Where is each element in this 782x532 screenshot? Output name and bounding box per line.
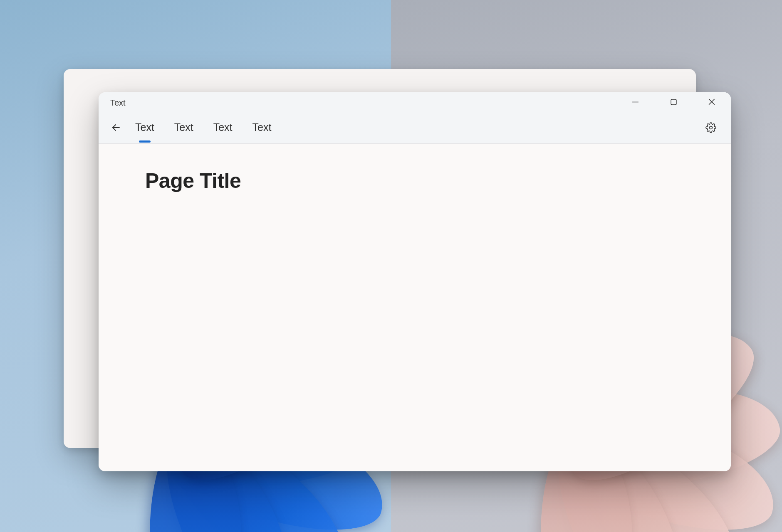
app-window: Text Text Tex <box>99 92 731 471</box>
tab-3[interactable]: Text <box>211 113 235 143</box>
maximize-icon <box>670 98 677 108</box>
close-icon <box>708 98 715 108</box>
close-button[interactable] <box>693 92 731 113</box>
settings-button[interactable] <box>701 118 721 138</box>
tab-1[interactable]: Text <box>133 113 157 143</box>
maximize-button[interactable] <box>654 92 693 113</box>
tab-label: Text <box>174 121 193 133</box>
minimize-icon <box>632 98 639 108</box>
svg-rect-1 <box>671 99 676 105</box>
minimize-button[interactable] <box>616 92 654 113</box>
tab-4[interactable]: Text <box>250 113 274 143</box>
gear-icon <box>705 122 716 135</box>
page-content: Page Title <box>99 144 731 471</box>
title-bar[interactable]: Text <box>99 92 731 113</box>
tab-label: Text <box>135 121 154 133</box>
arrow-left-icon <box>111 123 121 134</box>
page-title: Page Title <box>145 169 731 193</box>
back-button[interactable] <box>106 118 126 138</box>
svg-point-5 <box>710 126 713 129</box>
window-title: Text <box>110 98 126 108</box>
tab-2[interactable]: Text <box>172 113 196 143</box>
tab-bar: Text Text Text Text <box>133 113 274 143</box>
tab-label: Text <box>213 121 233 133</box>
toolbar: Text Text Text Text <box>99 113 731 144</box>
tab-label: Text <box>252 121 272 133</box>
